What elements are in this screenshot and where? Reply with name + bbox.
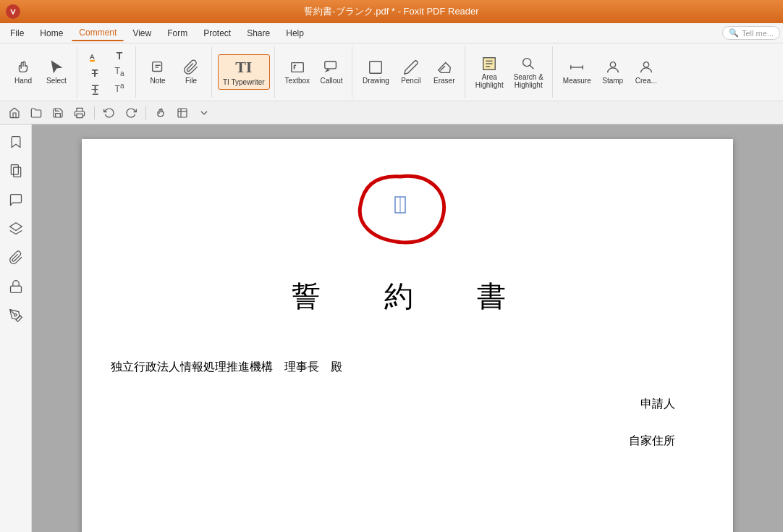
note-label: Note <box>150 77 165 85</box>
hand-label: Hand <box>14 77 32 85</box>
hand-select-group: Hand Select <box>3 46 77 98</box>
attachment-icon[interactable] <box>4 246 27 269</box>
typewriter-group: TI TI Typewriter <box>213 46 275 98</box>
svg-point-22 <box>643 62 648 67</box>
menu-view[interactable]: View <box>125 26 158 41</box>
select-label: Select <box>46 77 67 85</box>
callout-label: Callout <box>321 77 343 85</box>
callout-button[interactable]: Callout <box>316 56 347 88</box>
strikeout-button[interactable]: T <box>83 66 106 80</box>
search-highlight-button[interactable]: Search &Highlight <box>509 53 548 92</box>
typewriter-label: TI Typewriter <box>223 78 265 86</box>
svg-line-31 <box>16 231 22 235</box>
textbox-button[interactable]: Textbox <box>281 56 314 88</box>
textbox-label: Textbox <box>285 77 310 85</box>
svg-marker-29 <box>9 223 22 231</box>
more-button[interactable] <box>195 104 213 122</box>
file-label: File <box>185 77 197 85</box>
svg-rect-9 <box>325 62 337 69</box>
pages-icon[interactable] <box>4 159 27 182</box>
document-page: 誓 約 書 独立行政法人情報処理推進機構 理事長 殿 申請人 自家住所 <box>82 139 733 532</box>
document-body: 独立行政法人情報処理推進機構 理事長 殿 申請人 自家住所 <box>111 360 704 449</box>
svg-rect-24 <box>178 109 187 117</box>
separator2 <box>145 106 146 119</box>
window-title: 誓約書-ブランク.pdf * - Foxit PDF Reader <box>304 5 478 18</box>
svg-rect-5 <box>292 63 304 72</box>
menu-protect[interactable]: Protect <box>196 26 238 41</box>
document-title: 誓 約 書 <box>111 276 704 316</box>
search-icon: 🔍 <box>729 28 739 38</box>
drawing-button[interactable]: Drawing <box>358 56 394 88</box>
title-bar: 誓約書-ブランク.pdf * - Foxit PDF Reader <box>0 0 783 23</box>
highlight-group: AreaHighlight Search &Highlight <box>467 46 553 98</box>
drawing-group: Drawing Pencil Eraser <box>354 46 465 98</box>
svg-rect-32 <box>10 286 21 292</box>
select-tool-button[interactable]: Select <box>41 56 72 88</box>
toolbar: Hand Select T T̲ T <box>0 43 783 101</box>
svg-point-33 <box>14 314 16 316</box>
svg-point-0 <box>8 7 18 17</box>
security-icon[interactable] <box>4 275 27 298</box>
replace-text-button[interactable]: T̲ <box>83 82 106 96</box>
print-button[interactable] <box>71 104 88 122</box>
snapshot-button[interactable] <box>174 104 191 122</box>
menu-home[interactable]: Home <box>33 26 70 41</box>
menu-help[interactable]: Help <box>279 26 311 41</box>
menu-file[interactable]: File <box>3 26 31 41</box>
left-sidebar <box>0 124 32 532</box>
eraser-label: Eraser <box>433 77 454 85</box>
file-button[interactable]: File <box>175 56 207 88</box>
note-button[interactable]: Note <box>142 56 174 88</box>
text-underline-button[interactable]: T <box>108 48 131 63</box>
doc-line-3: 自家住所 <box>111 434 675 449</box>
red-circle-annotation <box>350 169 451 249</box>
superscript-button[interactable]: Ta <box>108 80 131 96</box>
layers-icon[interactable] <box>4 217 27 240</box>
stamp-label: Stamp <box>602 77 623 85</box>
subscript-button[interactable]: Ta <box>108 64 131 79</box>
measure-label: Measure <box>563 77 591 85</box>
svg-rect-10 <box>370 62 382 74</box>
svg-point-16 <box>523 58 531 66</box>
measure-button[interactable]: Measure <box>559 56 596 88</box>
comment-icon[interactable] <box>4 188 27 211</box>
sign-icon[interactable] <box>4 304 27 327</box>
svg-rect-27 <box>11 165 18 174</box>
menu-comment[interactable]: Comment <box>72 25 124 41</box>
doc-line-1: 独立行政法人情報処理推進機構 理事長 殿 <box>111 360 704 375</box>
main-layout: 誓 約 書 独立行政法人情報処理推進機構 理事長 殿 申請人 自家住所 <box>0 124 783 532</box>
highlight-text-button[interactable] <box>83 48 106 64</box>
svg-rect-2 <box>153 62 162 72</box>
svg-line-17 <box>530 65 534 69</box>
open-button[interactable] <box>27 104 45 122</box>
area-highlight-button[interactable]: AreaHighlight <box>471 53 508 92</box>
svg-point-21 <box>610 62 615 67</box>
typewriter-button[interactable]: TI TI Typewriter <box>218 54 270 90</box>
stamp-button[interactable]: Stamp <box>597 56 629 88</box>
hand-tool-button[interactable]: Hand <box>7 56 39 88</box>
textbox-callout-group: Textbox Callout <box>276 46 352 98</box>
svg-rect-23 <box>77 114 82 117</box>
eraser-button[interactable]: Eraser <box>428 56 460 88</box>
create-button[interactable]: Crea... <box>630 56 662 88</box>
save-button[interactable] <box>49 104 67 122</box>
menu-form[interactable]: Form <box>160 26 195 41</box>
doc-line-2: 申請人 <box>111 397 675 412</box>
home-button[interactable] <box>6 104 23 122</box>
menu-share[interactable]: Share <box>240 26 277 41</box>
pencil-button[interactable]: Pencil <box>395 56 427 88</box>
search-box[interactable]: 🔍 Tell me... <box>722 26 780 40</box>
quick-toolbar <box>0 101 783 124</box>
redo-button[interactable] <box>122 104 140 122</box>
hand-quick-button[interactable] <box>152 104 169 122</box>
menu-bar: File Home Comment View Form Protect Shar… <box>0 23 783 43</box>
drawing-label: Drawing <box>363 77 389 85</box>
bookmark-icon[interactable] <box>4 130 27 153</box>
search-highlight-label: Search &Highlight <box>514 73 543 89</box>
text-markup-group: T T̲ T Ta Ta <box>79 46 136 98</box>
create-label: Crea... <box>635 77 657 85</box>
document-area[interactable]: 誓 約 書 独立行政法人情報処理推進機構 理事長 殿 申請人 自家住所 <box>32 124 783 532</box>
pencil-label: Pencil <box>401 77 420 85</box>
search-label: Tell me... <box>742 29 774 38</box>
undo-button[interactable] <box>101 104 118 122</box>
